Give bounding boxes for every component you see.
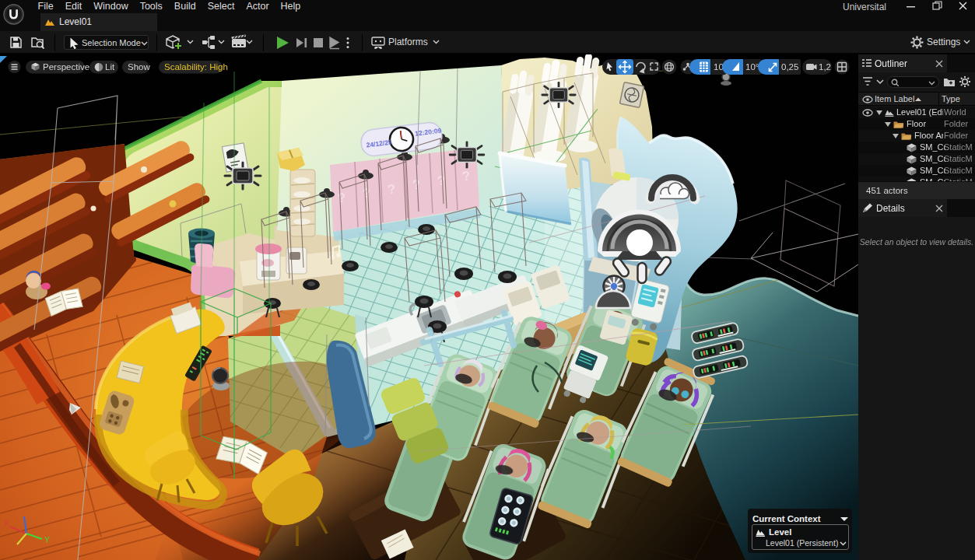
svg-text:Scalability: High: Scalability: High	[164, 62, 228, 72]
svg-text:X: X	[4, 519, 9, 527]
svg-text:Perspective: Perspective	[43, 62, 89, 72]
svg-text:Show: Show	[128, 62, 150, 72]
svg-text:10: 10	[714, 62, 724, 72]
svg-text:0,25: 0,25	[781, 62, 798, 72]
svg-text:Lit: Lit	[105, 62, 115, 72]
svg-text:Y: Y	[44, 536, 50, 544]
svg-text:1,2: 1,2	[819, 62, 831, 72]
svg-text:10°: 10°	[745, 62, 759, 72]
